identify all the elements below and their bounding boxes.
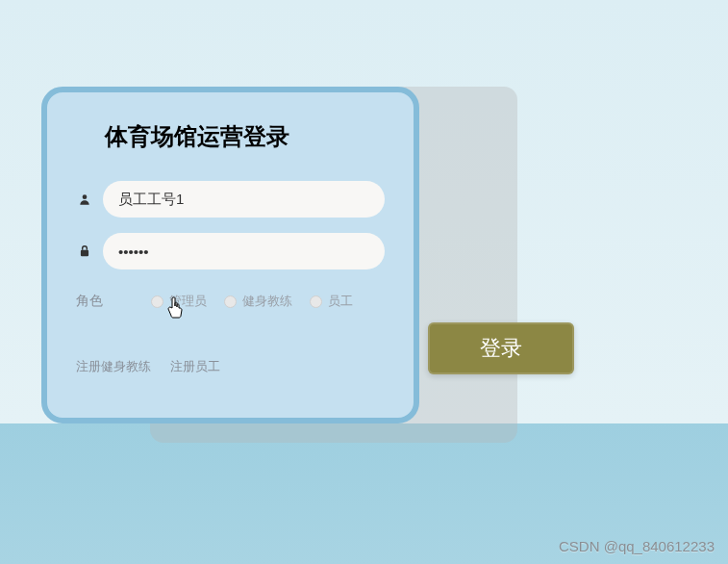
role-option-admin[interactable]: 管理员 (151, 293, 207, 310)
radio-icon (224, 295, 237, 308)
role-option-coach[interactable]: 健身教练 (224, 293, 292, 310)
svg-point-0 (83, 194, 88, 199)
watermark: CSDN @qq_840612233 (559, 538, 715, 554)
role-row: 角色 管理员 健身教练 员工 (76, 293, 385, 310)
register-links: 注册健身教练 注册员工 (76, 358, 385, 375)
password-input[interactable] (103, 233, 385, 269)
register-coach-link[interactable]: 注册健身教练 (76, 358, 151, 375)
svg-rect-1 (81, 250, 88, 256)
radio-icon (151, 295, 163, 308)
role-option-staff[interactable]: 员工 (310, 293, 353, 310)
user-icon (76, 192, 93, 206)
role-label: 角色 (76, 293, 103, 310)
radio-label: 健身教练 (242, 293, 292, 310)
radio-label: 员工 (328, 293, 353, 310)
radio-label: 管理员 (169, 293, 207, 310)
login-button-label: 登录 (480, 334, 522, 363)
radio-icon (310, 295, 322, 308)
register-staff-link[interactable]: 注册员工 (170, 358, 220, 375)
role-radio-group: 管理员 健身教练 员工 (151, 293, 353, 310)
page-title: 体育场馆运营登录 (105, 121, 385, 152)
username-row (76, 181, 385, 218)
lock-icon (76, 244, 93, 258)
login-card: 体育场馆运营登录 角色 管理员 健身教练 (41, 87, 419, 423)
password-row (76, 233, 385, 269)
username-input[interactable] (103, 181, 385, 218)
login-button[interactable]: 登录 (428, 322, 574, 374)
